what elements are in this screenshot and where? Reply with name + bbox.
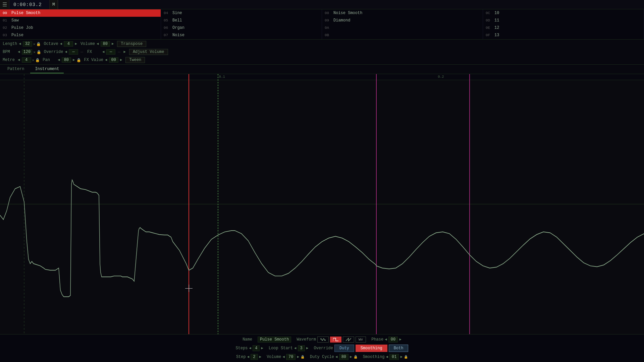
instrument-item-04[interactable]: 04 Sine bbox=[161, 9, 322, 17]
fx-param: FX ◄ — — ► bbox=[87, 49, 126, 55]
tab-pattern[interactable]: Pattern bbox=[3, 65, 29, 73]
smoothing-value: 01 bbox=[389, 354, 399, 360]
fx-dec[interactable]: ◄ bbox=[102, 50, 105, 54]
bottom-volume-inc[interactable]: ► bbox=[297, 355, 299, 359]
smoothing-dec[interactable]: ◄ bbox=[386, 355, 388, 359]
bottom-volume-value: 70 bbox=[286, 354, 296, 360]
fx-inc[interactable]: ► bbox=[123, 50, 126, 54]
octave-inc[interactable]: ► bbox=[74, 42, 78, 46]
bottom-row-2: Steps ◄ 4 ► Loop Start ◄ 3 ► Override Du… bbox=[236, 345, 409, 352]
instrument-col-1: 04 Sine 05 Bell 06 Organ 07 Noise bbox=[161, 9, 322, 39]
instrument-item-02[interactable]: 02 Pulse Job bbox=[0, 24, 161, 32]
step-dec[interactable]: ◄ bbox=[247, 355, 250, 359]
length-value: 32 bbox=[23, 41, 32, 47]
timer-value: 0:00:03.2 bbox=[13, 2, 42, 7]
params-bar: Length ◄ 32 ✕ 🔒 Octave ◄ 4 ► Volume ◄ 80… bbox=[0, 40, 644, 65]
waveform-square-btn[interactable] bbox=[330, 337, 341, 343]
m-button[interactable]: M bbox=[50, 0, 58, 9]
metre-x[interactable]: ✕ bbox=[32, 58, 35, 62]
instrument-col-3: 0C 10 0D 11 0E 12 0F 13 bbox=[483, 9, 644, 39]
steps-inc[interactable]: ► bbox=[261, 346, 263, 350]
metre-dec[interactable]: ◄ bbox=[17, 58, 21, 62]
override-smoothing-btn[interactable]: Smoothing bbox=[356, 345, 387, 352]
override-value: — bbox=[69, 49, 78, 55]
name-value: Pulse Smooth bbox=[258, 337, 291, 343]
instrument-item-00[interactable]: 00 Pulse Smooth bbox=[0, 9, 161, 17]
steps-dec[interactable]: ◄ bbox=[249, 346, 252, 350]
waveform-noise-btn[interactable]: Wv bbox=[356, 337, 366, 343]
square-wave-icon bbox=[333, 338, 338, 342]
length-x[interactable]: ✕ bbox=[33, 42, 36, 46]
pan-inc[interactable]: ► bbox=[72, 58, 76, 62]
sine-wave-icon bbox=[320, 338, 326, 342]
octave-param: Octave ◄ 4 ► bbox=[44, 41, 77, 47]
fx-value-val: 00 bbox=[109, 57, 118, 63]
adjust-volume-button[interactable]: Adjust Volume bbox=[129, 49, 168, 55]
canvas-wrapper: 0.1 0.2 bbox=[0, 74, 644, 334]
override-dec[interactable]: ◄ bbox=[64, 50, 68, 54]
metre-value: 4 bbox=[22, 57, 31, 63]
menu-icon[interactable]: ☰ bbox=[0, 0, 9, 9]
duty-inc[interactable]: ► bbox=[350, 355, 352, 359]
instrument-item-0e[interactable]: 0E 12 bbox=[483, 24, 644, 32]
instrument-item-0b[interactable]: 0B bbox=[322, 32, 483, 39]
fx-value-dec[interactable]: ◄ bbox=[104, 58, 108, 62]
override-duty-btn[interactable]: Duty bbox=[334, 345, 354, 352]
volume-param: Volume ◄ 80 ► bbox=[80, 41, 114, 47]
steps-param: Steps ◄ 4 ► bbox=[236, 345, 263, 351]
pan-param: Pan ◄ 80 ► 🔒 bbox=[43, 57, 81, 63]
length-dec[interactable]: ◄ bbox=[18, 42, 22, 46]
instrument-item-06[interactable]: 06 Organ bbox=[161, 24, 322, 32]
waveform-saw-btn[interactable] bbox=[343, 337, 354, 343]
tab-instrument[interactable]: Instrument bbox=[30, 65, 64, 73]
instrument-item-03[interactable]: 03 Pulse bbox=[0, 32, 161, 39]
fx-value-inc[interactable]: ► bbox=[119, 58, 123, 62]
bottom-volume-dec[interactable]: ◄ bbox=[282, 355, 285, 359]
saw-wave-icon bbox=[346, 338, 351, 342]
timer-display: 0:00:03.2 bbox=[9, 0, 50, 9]
loop-start-inc[interactable]: ► bbox=[306, 346, 309, 350]
phase-inc[interactable]: ► bbox=[399, 338, 401, 342]
top-spacer bbox=[58, 0, 644, 9]
transpose-button[interactable]: Transpose bbox=[117, 41, 146, 47]
phase-dec[interactable]: ◄ bbox=[385, 338, 387, 342]
waveform-sine-btn[interactable] bbox=[317, 337, 329, 343]
pan-value: 80 bbox=[62, 57, 71, 63]
instrument-item-09[interactable]: 09 Diamond bbox=[322, 17, 483, 24]
loop-start-param: Loop Start ◄ 3 ► bbox=[269, 345, 308, 351]
instrument-item-0d[interactable]: 0D 11 bbox=[483, 17, 644, 24]
bpm-x[interactable]: ✕ bbox=[33, 50, 36, 54]
instrument-item-05[interactable]: 05 Bell bbox=[161, 17, 322, 24]
tween-button[interactable]: Tween bbox=[125, 57, 145, 63]
instrument-item-07[interactable]: 07 Noise bbox=[161, 32, 322, 39]
duty-cycle-param: Duty Cycle ◄ 80 ► 🔒 bbox=[310, 354, 358, 360]
fx-value: — bbox=[106, 49, 115, 55]
bottom-panel: Name Pulse Smooth Waveform bbox=[0, 334, 644, 362]
instrument-item-0f[interactable]: 0F 13 bbox=[483, 32, 644, 39]
bpm-dec[interactable]: ◄ bbox=[17, 50, 21, 54]
waveform-display bbox=[0, 74, 644, 334]
volume-dec[interactable]: ◄ bbox=[96, 42, 100, 46]
override-both-btn[interactable]: Both bbox=[389, 345, 409, 352]
instrument-item-0a[interactable]: 0A bbox=[322, 24, 483, 32]
metre-param: Metre ◄ 4 ✕ 🔒 bbox=[3, 57, 40, 63]
volume-inc[interactable]: ► bbox=[111, 42, 115, 46]
smoothing-inc[interactable]: ► bbox=[400, 355, 402, 359]
name-param: Name Pulse Smooth bbox=[243, 337, 291, 343]
loop-start-dec[interactable]: ◄ bbox=[294, 346, 297, 350]
duty-cycle-value: 80 bbox=[339, 354, 348, 360]
instrument-item-08[interactable]: 08 Noise Smooth bbox=[322, 9, 483, 17]
step-inc[interactable]: ► bbox=[259, 355, 262, 359]
fx-value-param: FX Value ◄ 00 ► bbox=[84, 57, 123, 63]
duty-dec[interactable]: ◄ bbox=[335, 355, 338, 359]
instrument-item-0c[interactable]: 0C 10 bbox=[483, 9, 644, 17]
params-row-1: Length ◄ 32 ✕ 🔒 Octave ◄ 4 ► Volume ◄ 80… bbox=[3, 40, 641, 48]
pan-dec[interactable]: ◄ bbox=[57, 58, 61, 62]
bottom-row-1: Name Pulse Smooth Waveform bbox=[243, 337, 401, 343]
bpm-param: BPM ◄ 120 ✕ 🔒 bbox=[3, 49, 41, 55]
instrument-item-01[interactable]: 01 Saw bbox=[0, 17, 161, 24]
loop-start-value: 3 bbox=[298, 345, 305, 351]
instrument-col-2: 08 Noise Smooth 09 Diamond 0A 0B bbox=[322, 9, 483, 39]
octave-dec[interactable]: ◄ bbox=[59, 42, 63, 46]
tabs-bar: Pattern Instrument bbox=[0, 65, 644, 74]
